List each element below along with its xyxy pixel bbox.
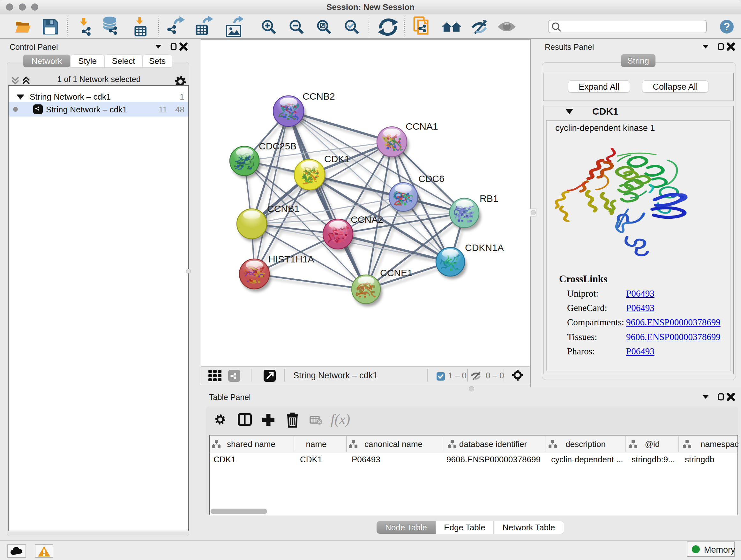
svg-text:namespac: namespac bbox=[700, 439, 739, 449]
svg-text:name: name bbox=[306, 439, 327, 449]
svg-text:@id: @id bbox=[645, 439, 660, 449]
svg-text:canonical name: canonical name bbox=[364, 439, 422, 449]
svg-text:database identifier: database identifier bbox=[459, 439, 527, 449]
svg-text:shared name: shared name bbox=[227, 439, 275, 449]
svg-text:description: description bbox=[565, 439, 606, 449]
